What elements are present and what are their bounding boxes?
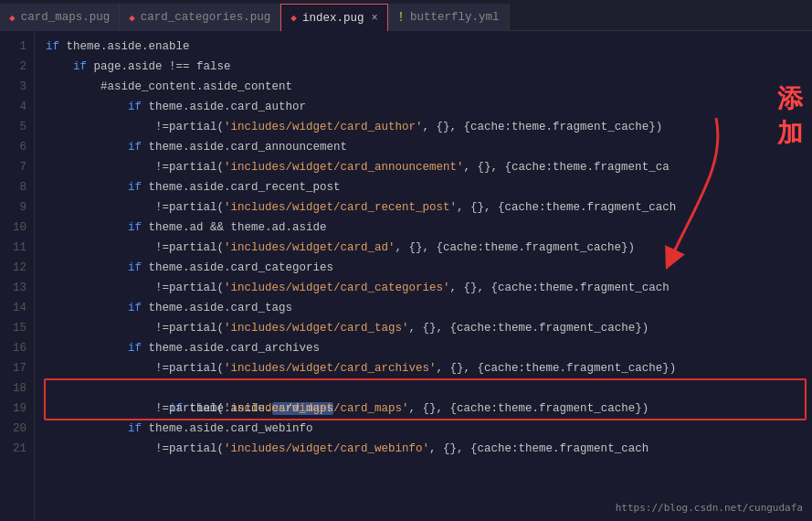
code-line-12: if theme.aside.card_categories <box>46 258 812 278</box>
kw-2: if <box>73 60 94 73</box>
line-num-12: 12 <box>0 258 34 278</box>
line-num-13: 13 <box>0 278 34 298</box>
tab-card-maps[interactable]: ◆ card_maps.pug <box>0 4 120 31</box>
line-num-15: 15 <box>0 318 34 338</box>
tab-icon-card-maps: ◆ <box>9 12 16 24</box>
line-num-14: 14 <box>0 298 34 318</box>
code-line-14: if theme.aside.card_tags <box>46 298 812 318</box>
tab-close-index[interactable]: × <box>371 12 377 25</box>
line-num-16: 16 <box>0 338 34 358</box>
line-num-2: 2 <box>0 57 34 77</box>
code-line-9: !=partial('includes/widget/card_recent_p… <box>46 197 812 218</box>
tab-label-butterfly: butterfly.yml <box>410 11 500 24</box>
line-num-1: 1 <box>0 37 34 57</box>
tab-label-index: index.pug <box>302 12 364 25</box>
line-num-17: 17 <box>0 358 34 378</box>
code-line-11: !=partial('includes/widget/card_ad', {},… <box>46 238 812 258</box>
code-line-2: if page.aside !== false <box>46 57 812 77</box>
tab-index[interactable]: ◆ index.pug × <box>280 4 387 31</box>
line-num-10: 10 <box>0 218 34 238</box>
line-num-20: 20 <box>0 419 34 439</box>
tab-icon-butterfly: ! <box>397 10 405 25</box>
line-num-9: 9 <box>0 197 34 218</box>
code-line-21: !=partial('includes/widget/card_webinfo'… <box>46 439 812 459</box>
line-num-21: 21 <box>0 439 34 459</box>
code-line-15: !=partial('includes/widget/card_tags', {… <box>46 318 812 338</box>
line-num-5: 5 <box>0 117 34 137</box>
line-num-6: 6 <box>0 137 34 157</box>
code-line-13: !=partial('includes/widget/card_categori… <box>46 278 812 298</box>
kw-1: if <box>46 40 67 53</box>
code-line-20: if theme.aside.card_webinfo <box>46 419 812 439</box>
code-line-6: if theme.aside.card_announcement <box>46 137 812 157</box>
tab-icon-card-categories: ◆ <box>129 12 135 24</box>
tab-label-card-maps: card_maps.pug <box>21 11 111 24</box>
tab-bar: ◆ card_maps.pug ◆ card_categories.pug ◆ … <box>0 0 812 31</box>
tab-icon-index: ◆ <box>290 12 297 24</box>
line-num-18: 18 <box>0 378 34 399</box>
code-line-18: if theme.aside.card_maps <box>46 378 812 399</box>
tab-label-card-categories: card_categories.pug <box>141 11 271 24</box>
code-line-1: if theme.aside.enable <box>46 37 812 57</box>
tab-card-categories[interactable]: ◆ card_categories.pug <box>120 4 280 31</box>
line-num-8: 8 <box>0 177 34 197</box>
code-line-10: if theme.ad && theme.ad.aside <box>46 218 812 238</box>
code-container: 1 2 3 4 5 6 7 8 9 10 11 12 13 14 15 16 1… <box>0 31 812 521</box>
line-num-11: 11 <box>0 238 34 258</box>
code-line-7: !=partial('includes/widget/card_announce… <box>46 157 812 177</box>
line-num-7: 7 <box>0 157 34 177</box>
code-content: if theme.aside.enable if page.aside !== … <box>35 31 812 521</box>
line-num-4: 4 <box>0 97 34 117</box>
bottom-url: https://blog.csdn.net/cungudafa <box>616 502 803 514</box>
code-line-4: if theme.aside.card_author <box>46 97 812 117</box>
line-num-19: 19 <box>0 399 34 419</box>
code-line-16: if theme.aside.card_archives <box>46 338 812 358</box>
line-num-3: 3 <box>0 77 34 97</box>
line-numbers: 1 2 3 4 5 6 7 8 9 10 11 12 13 14 15 16 1… <box>0 31 35 521</box>
code-line-5: !=partial('includes/widget/card_author',… <box>46 117 812 137</box>
tab-butterfly[interactable]: ! butterfly.yml <box>388 4 510 31</box>
code-line-3: #aside_content.aside_content <box>46 77 812 97</box>
code-line-17: !=partial('includes/widget/card_archives… <box>46 358 812 378</box>
code-line-8: if theme.aside.card_recent_post <box>46 177 812 197</box>
code-line-19: !=partial('includes/widget/card_maps', {… <box>46 399 812 419</box>
